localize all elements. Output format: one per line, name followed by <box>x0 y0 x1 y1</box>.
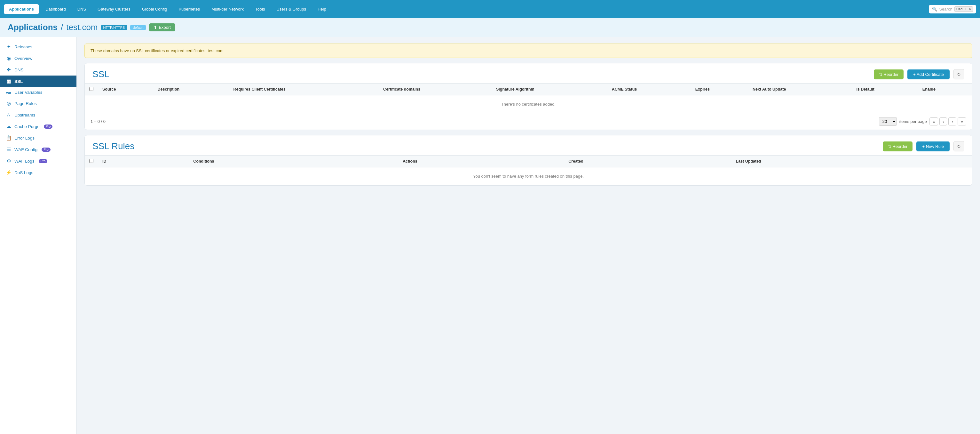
search-icon: 🔍 <box>932 7 937 11</box>
col-cert-domains: Certificate domains <box>379 83 492 96</box>
sidebar-item-label: Releases <box>14 45 32 49</box>
col-last-updated: Last Updated <box>732 156 972 168</box>
search-shortcut: Cmd + K <box>955 6 973 12</box>
col-source: Source <box>98 83 153 96</box>
col-sig-algo: Signature Algorithm <box>492 83 608 96</box>
ssl-empty-message: There's no certificates added. <box>85 96 972 113</box>
add-certificate-button[interactable]: + Add Certificate <box>907 69 950 79</box>
ssl-icon: ▦ <box>6 78 11 84</box>
ssl-reorder-button[interactable]: ⇅ Reorder <box>874 69 904 79</box>
sidebar-item-cache-purge[interactable]: ☁ Cache Purge Pro <box>0 121 76 132</box>
ssl-rules-title: SSL Rules <box>92 141 879 152</box>
protocol-badge: HTTP/HTTPS <box>101 25 127 30</box>
sidebar: ✦ Releases ◉ Overview ✤ DNS ▦ SSL var Us… <box>0 37 77 434</box>
pro-badge-waf-config: Pro <box>41 148 51 152</box>
sidebar-item-user-variables[interactable]: var User Variables <box>0 87 76 97</box>
sidebar-item-label: Error Logs <box>14 136 35 140</box>
nav-tab-help[interactable]: Help <box>312 4 331 14</box>
ssl-card-header: SSL ⇅ Reorder + Add Certificate ↻ <box>85 63 972 83</box>
ssl-rules-empty-message: You don't seem to have any form rules cr… <box>85 168 972 185</box>
sidebar-item-dos-logs[interactable]: ⚡ DoS Logs <box>0 167 76 178</box>
sidebar-item-upstreams[interactable]: △ Upstreams <box>0 109 76 121</box>
search-bar[interactable]: 🔍 Search Cmd + K <box>929 5 976 13</box>
ssl-items-per-page-label: items per page <box>899 119 927 124</box>
export-label: Export <box>159 25 171 30</box>
ssl-rules-card: SSL Rules ⇅ Reorder + New Rule ↻ ID Cond… <box>84 135 972 186</box>
user-variables-icon: var <box>6 91 11 94</box>
ssl-first-page-button[interactable]: « <box>929 118 938 126</box>
breadcrumb-current: test.com <box>66 22 97 32</box>
sidebar-item-releases[interactable]: ✦ Releases <box>0 41 76 53</box>
col-requires-client-certs: Requires Client Certificates <box>229 83 379 96</box>
col-conditions: Conditions <box>189 156 398 168</box>
nav-tab-multi-tier-network[interactable]: Multi-tier Network <box>206 4 249 14</box>
pro-badge-cache: Pro <box>44 124 53 129</box>
ssl-next-page-button[interactable]: › <box>948 118 956 126</box>
nav-tab-users-groups[interactable]: Users & Groups <box>271 4 311 14</box>
ssl-pagination: 1 – 0 / 0 20 10 50 100 items per page « … <box>85 113 972 129</box>
ssl-rules-reorder-button[interactable]: ⇅ Reorder <box>883 142 913 152</box>
nav-tab-tools[interactable]: Tools <box>250 4 270 14</box>
sidebar-item-dns[interactable]: ✤ DNS <box>0 64 76 75</box>
export-icon: ⬆ <box>154 25 157 30</box>
new-rule-button[interactable]: + New Rule <box>916 142 950 152</box>
sidebar-item-label: Overview <box>14 56 32 61</box>
nav-tab-dashboard[interactable]: Dashboard <box>40 4 71 14</box>
page-rules-icon: ◎ <box>6 101 11 106</box>
ssl-prev-page-button[interactable]: ‹ <box>939 118 947 126</box>
ssl-select-all-checkbox[interactable] <box>89 87 93 91</box>
col-actions: Actions <box>398 156 564 168</box>
ssl-items-per-page[interactable]: 20 10 50 100 <box>879 117 897 126</box>
waf-logs-icon: ⚙ <box>6 158 11 164</box>
nav-tab-dns[interactable]: DNS <box>72 4 91 14</box>
top-nav: Applications Dashboard DNS Gateway Clust… <box>0 0 980 18</box>
nav-tab-kubernetes[interactable]: Kubernetes <box>173 4 205 14</box>
ssl-title: SSL <box>92 69 870 79</box>
ssl-range: 1 – 0 / 0 <box>91 119 877 124</box>
sidebar-item-label: User Variables <box>14 90 43 95</box>
nav-tab-global-config[interactable]: Global Config <box>137 4 172 14</box>
warning-banner: These domains have no SSL certificates o… <box>84 43 972 58</box>
ssl-rules-refresh-button[interactable]: ↻ <box>953 141 964 152</box>
ssl-rules-select-all-checkbox[interactable] <box>89 159 93 163</box>
col-enable: Enable <box>918 83 972 96</box>
page-header: Applications / test.com HTTP/HTTPS defau… <box>0 18 980 37</box>
sidebar-item-waf-logs[interactable]: ⚙ WAF Logs Pro <box>0 155 76 167</box>
ssl-card: SSL ⇅ Reorder + Add Certificate ↻ Source… <box>84 63 972 130</box>
ssl-rules-card-header: SSL Rules ⇅ Reorder + New Rule ↻ <box>85 136 972 155</box>
export-button[interactable]: ⬆ Export <box>149 23 175 31</box>
sidebar-item-label: DNS <box>14 67 24 72</box>
error-logs-icon: 📋 <box>6 135 11 141</box>
sidebar-item-label: WAF Logs <box>14 159 35 164</box>
overview-icon: ◉ <box>6 55 11 61</box>
ssl-page-buttons: « ‹ › » <box>929 118 966 126</box>
col-next-auto-update: Next Auto Update <box>748 83 852 96</box>
default-badge: default <box>130 25 146 30</box>
sidebar-item-waf-config[interactable]: ☰ WAF Config Pro <box>0 144 76 155</box>
nav-tab-applications[interactable]: Applications <box>4 4 39 14</box>
sidebar-item-overview[interactable]: ◉ Overview <box>0 53 76 64</box>
sidebar-item-error-logs[interactable]: 📋 Error Logs <box>0 132 76 144</box>
sidebar-item-label: Cache Purge <box>14 124 40 129</box>
col-acme-status: ACME Status <box>608 83 691 96</box>
sidebar-item-label: SSL <box>14 79 23 84</box>
breadcrumb-separator: / <box>61 22 63 32</box>
sidebar-item-label: Page Rules <box>14 101 37 106</box>
ssl-rules-empty-row: You don't seem to have any form rules cr… <box>85 168 972 185</box>
col-created: Created <box>564 156 731 168</box>
ssl-rules-table: ID Conditions Actions Created Last Updat… <box>85 155 972 185</box>
sidebar-item-page-rules[interactable]: ◎ Page Rules <box>0 97 76 109</box>
sidebar-item-ssl[interactable]: ▦ SSL <box>0 75 76 87</box>
col-is-default: Is Default <box>852 83 918 96</box>
pro-badge-waf-logs: Pro <box>39 159 48 163</box>
search-label: Search <box>939 7 952 11</box>
ssl-refresh-button[interactable]: ↻ <box>953 69 964 79</box>
warning-message: These domains have no SSL certificates o… <box>91 48 224 53</box>
dos-logs-icon: ⚡ <box>6 170 11 176</box>
ssl-last-page-button[interactable]: » <box>958 118 966 126</box>
col-expires: Expires <box>691 83 748 96</box>
ssl-table: Source Description Requires Client Certi… <box>85 83 972 113</box>
dns-icon: ✤ <box>6 67 11 73</box>
nav-tab-gateway-clusters[interactable]: Gateway Clusters <box>92 4 135 14</box>
releases-icon: ✦ <box>6 44 11 49</box>
